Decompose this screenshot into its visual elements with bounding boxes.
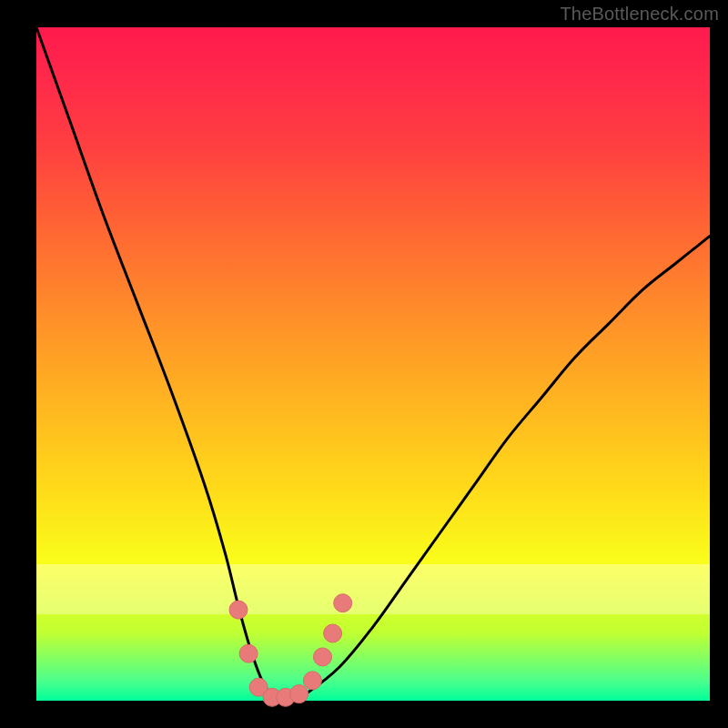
data-marker bbox=[229, 601, 248, 619]
bottleneck-curve bbox=[36, 27, 710, 703]
data-marker bbox=[290, 685, 308, 703]
plot-area bbox=[36, 27, 710, 701]
data-marker bbox=[239, 644, 258, 662]
data-marker bbox=[303, 672, 321, 690]
data-marker bbox=[314, 648, 332, 666]
data-marker bbox=[334, 594, 352, 612]
data-marker bbox=[324, 624, 342, 642]
marker-layer bbox=[229, 594, 352, 707]
curve-layer bbox=[36, 27, 710, 703]
chart-svg bbox=[36, 27, 710, 701]
watermark-text: TheBottleneck.com bbox=[560, 4, 719, 25]
chart-frame: TheBottleneck.com bbox=[0, 0, 728, 728]
